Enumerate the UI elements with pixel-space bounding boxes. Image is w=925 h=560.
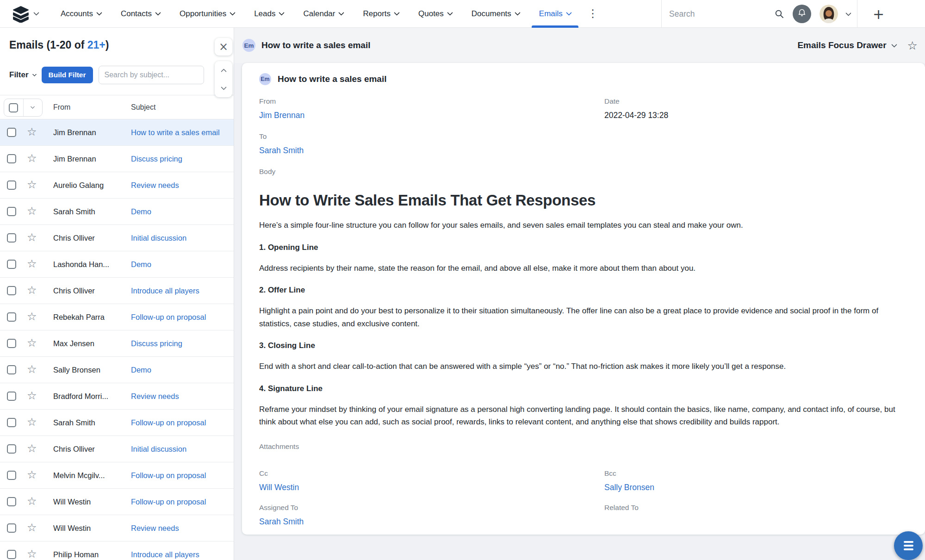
row-favorite-star-icon[interactable]: ☆: [27, 284, 37, 297]
row-checkbox[interactable]: [7, 392, 16, 401]
row-checkbox[interactable]: [7, 365, 16, 374]
nav-tab-contacts[interactable]: Contacts: [121, 0, 160, 28]
email-row[interactable]: ☆ Chris Olliver Introduce all players: [0, 278, 234, 304]
column-header-from[interactable]: From: [53, 95, 70, 119]
row-checkbox[interactable]: [7, 180, 16, 190]
email-row[interactable]: ☆ Will Westin Review needs: [0, 515, 234, 541]
profile-chevron-down-icon[interactable]: [845, 10, 851, 16]
filter-dropdown[interactable]: Filter: [9, 70, 36, 80]
row-subject-link[interactable]: Follow-up on proposal: [131, 304, 234, 330]
row-favorite-star-icon[interactable]: ☆: [27, 548, 37, 560]
quick-create-plus-button[interactable]: +: [858, 0, 884, 28]
chevron-down-icon[interactable]: [515, 10, 521, 16]
row-subject-link[interactable]: Review needs: [131, 383, 234, 410]
drawer-chevron-down-icon[interactable]: [891, 42, 897, 48]
row-favorite-star-icon[interactable]: ☆: [27, 521, 37, 535]
column-header-subject[interactable]: Subject: [131, 95, 155, 119]
nav-tab-calendar[interactable]: Calendar: [303, 0, 343, 28]
logo-chevron-down-icon[interactable]: [33, 10, 39, 16]
bcc-value-link[interactable]: Sally Bronsen: [604, 483, 654, 492]
chevron-down-icon[interactable]: [394, 10, 400, 16]
row-checkbox[interactable]: [7, 260, 16, 269]
row-subject-link[interactable]: Follow-up on proposal: [131, 462, 234, 489]
row-checkbox[interactable]: [7, 523, 16, 533]
row-subject-link[interactable]: Discuss pricing: [131, 330, 234, 357]
row-subject-link[interactable]: Discuss pricing: [131, 146, 234, 172]
nav-tab-accounts[interactable]: Accounts: [61, 0, 101, 28]
row-favorite-star-icon[interactable]: ☆: [27, 389, 37, 403]
row-checkbox[interactable]: [7, 128, 16, 137]
chevron-down-icon[interactable]: [155, 10, 161, 16]
shortcuts-fab-button[interactable]: [894, 531, 923, 560]
row-subject-link[interactable]: Follow-up on proposal: [131, 489, 234, 515]
app-logo-icon[interactable]: [12, 5, 30, 23]
row-subject-link[interactable]: Initial discussion: [131, 436, 234, 462]
row-favorite-star-icon[interactable]: ☆: [27, 205, 37, 218]
nav-tab-leads[interactable]: Leads: [254, 0, 284, 28]
row-favorite-star-icon[interactable]: ☆: [27, 152, 37, 165]
row-favorite-star-icon[interactable]: ☆: [27, 231, 37, 244]
email-row[interactable]: ☆ Jim Brennan How to write a sales email: [0, 119, 234, 146]
email-row[interactable]: ☆ Max Jensen Discuss pricing: [0, 330, 234, 357]
chevron-down-icon[interactable]: [566, 10, 572, 16]
subject-search-input[interactable]: [99, 66, 204, 84]
row-checkbox[interactable]: [7, 154, 16, 163]
record-count-link[interactable]: 21+: [87, 39, 106, 51]
search-icon[interactable]: [774, 9, 784, 19]
chevron-down-icon[interactable]: [339, 10, 345, 16]
nav-tab-emails[interactable]: Emails: [539, 0, 571, 28]
row-subject-link[interactable]: Demo: [131, 199, 234, 225]
row-subject-link[interactable]: Follow-up on proposal: [131, 410, 234, 436]
row-checkbox[interactable]: [7, 444, 16, 454]
row-checkbox[interactable]: [7, 418, 16, 427]
nav-tab-reports[interactable]: Reports: [363, 0, 399, 28]
row-favorite-star-icon[interactable]: ☆: [27, 495, 37, 508]
to-value-link[interactable]: Sarah Smith: [259, 146, 304, 155]
chevron-down-icon[interactable]: [447, 10, 453, 16]
email-row[interactable]: ☆ Sarah Smith Follow-up on proposal: [0, 410, 234, 436]
build-filter-button[interactable]: Build Filter: [42, 67, 93, 83]
row-checkbox[interactable]: [7, 550, 16, 559]
email-row[interactable]: ☆ Melvin Mcgilv... Follow-up on proposal: [0, 462, 234, 489]
focus-drawer-selector[interactable]: Emails Focus Drawer: [797, 40, 896, 50]
email-row[interactable]: ☆ Sarah Smith Demo: [0, 199, 234, 225]
chevron-down-icon[interactable]: [279, 10, 285, 16]
row-subject-link[interactable]: Demo: [131, 251, 234, 278]
nav-tab-documents[interactable]: Documents: [472, 0, 520, 28]
row-checkbox[interactable]: [7, 497, 16, 506]
row-checkbox[interactable]: [7, 233, 16, 243]
email-row[interactable]: ☆ Chris Olliver Initial discussion: [0, 225, 234, 251]
chevron-down-icon[interactable]: [96, 10, 102, 16]
cc-value-link[interactable]: Will Westin: [259, 483, 299, 492]
row-favorite-star-icon[interactable]: ☆: [27, 336, 37, 350]
row-checkbox[interactable]: [7, 207, 16, 216]
nav-tab-quotes[interactable]: Quotes: [418, 0, 452, 28]
row-checkbox[interactable]: [7, 471, 16, 480]
select-all-checkbox[interactable]: [4, 99, 23, 116]
email-row[interactable]: ☆ Rebekah Parra Follow-up on proposal: [0, 304, 234, 330]
email-row[interactable]: ☆ Bradford Morri... Review needs: [0, 383, 234, 410]
row-favorite-star-icon[interactable]: ☆: [27, 468, 37, 482]
global-search-input[interactable]: [669, 9, 766, 19]
row-subject-link[interactable]: Introduce all players: [131, 541, 234, 560]
from-value-link[interactable]: Jim Brennan: [259, 111, 304, 120]
row-checkbox[interactable]: [7, 339, 16, 348]
email-row[interactable]: ☆ Chris Olliver Initial discussion: [0, 436, 234, 462]
row-favorite-star-icon[interactable]: ☆: [27, 416, 37, 429]
row-favorite-star-icon[interactable]: ☆: [27, 363, 37, 376]
drawer-favorite-star-icon[interactable]: ☆: [907, 40, 918, 51]
row-checkbox[interactable]: [7, 312, 16, 322]
email-row[interactable]: ☆ Aurelio Galang Review needs: [0, 172, 234, 199]
row-subject-link[interactable]: Demo: [131, 357, 234, 383]
row-favorite-star-icon[interactable]: ☆: [27, 125, 37, 139]
user-avatar[interactable]: [819, 5, 838, 23]
row-subject-link[interactable]: How to write a sales email: [131, 119, 234, 146]
chevron-down-icon[interactable]: [230, 10, 236, 16]
nav-more-kebab-icon[interactable]: ⋮: [588, 8, 598, 19]
row-subject-link[interactable]: Initial discussion: [131, 225, 234, 251]
email-row[interactable]: ☆ Will Westin Follow-up on proposal: [0, 489, 234, 515]
row-favorite-star-icon[interactable]: ☆: [27, 178, 37, 192]
row-favorite-star-icon[interactable]: ☆: [27, 310, 37, 324]
row-subject-link[interactable]: Review needs: [131, 172, 234, 199]
select-options-chevron-icon[interactable]: [23, 99, 43, 116]
